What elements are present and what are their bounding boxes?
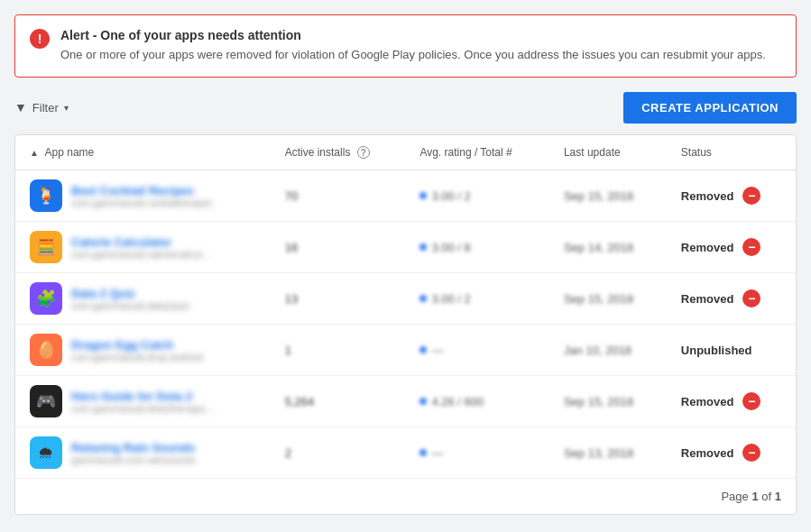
remove-icon[interactable]: − <box>742 289 760 307</box>
app-package: com.gammasudi.dota2heroguide... <box>71 403 216 414</box>
alert-body: One or more of your apps were removed fo… <box>60 46 766 64</box>
sort-icon: ▲ <box>30 148 39 158</box>
table-row[interactable]: 🥚 Dragon Egg Catch com.gammasudi.drop.an… <box>15 325 796 376</box>
rating-value: 3.00 / 2 <box>431 189 470 203</box>
installs-cell: 16 <box>271 222 406 273</box>
table-header-row: ▲ App name Active installs ? Avg. rating… <box>15 135 796 170</box>
status-badge: Removed <box>681 189 734 203</box>
app-package: com.gammasudi.data2quiz <box>71 300 189 311</box>
alert-title: Alert - One of your apps needs attention <box>60 28 766 42</box>
pagination-of: of <box>761 490 771 503</box>
rating-value: 4.26 / 600 <box>431 395 484 408</box>
alert-icon: ! <box>30 29 50 49</box>
rating-cell: 4.26 / 600 <box>405 376 549 427</box>
col-header-last-update: Last update <box>549 135 667 170</box>
installs-cell: 2 <box>271 427 406 479</box>
rating-cell: — <box>405 325 549 376</box>
table-row[interactable]: 🌧 Relaxing Rain Sounds gammasudi.com.rai… <box>15 427 796 479</box>
app-name: Best Cocktail Recipes <box>71 184 212 197</box>
rating-value: 3.00 / 2 <box>431 292 470 306</box>
date-cell: Sep 15, 2018 <box>549 273 667 325</box>
app-cell[interactable]: 🎮 Hero Guide for Dota 2 com.gammasudi.do… <box>15 376 271 427</box>
remove-icon[interactable]: − <box>742 444 760 462</box>
col-header-app-name[interactable]: ▲ App name <box>15 135 271 170</box>
rating-dot <box>419 398 427 405</box>
status-cell: Removed − <box>667 222 796 273</box>
remove-icon[interactable]: − <box>742 392 760 410</box>
pagination: Page 1 of 1 <box>15 478 796 514</box>
table-row[interactable]: 🎮 Hero Guide for Dota 2 com.gammasudi.do… <box>15 376 796 427</box>
create-application-button[interactable]: CREATE APPLICATION <box>623 92 797 124</box>
help-icon[interactable]: ? <box>357 146 370 159</box>
rating-cell: — <box>405 427 549 479</box>
rating-dot <box>419 192 427 199</box>
toolbar: ▼ Filter ▾ CREATE APPLICATION <box>14 92 797 124</box>
app-cell[interactable]: 🌧 Relaxing Rain Sounds gammasudi.com.rai… <box>15 427 271 479</box>
table-row[interactable]: 🍹 Best Cocktail Recipes com.gammasudi.co… <box>15 170 796 222</box>
app-name: Relaxing Rain Sounds <box>71 441 196 454</box>
filter-icon: ▼ <box>14 100 27 115</box>
app-name: Dragon Egg Catch <box>71 338 203 352</box>
app-package: gammasudi.com.rainsounds <box>71 454 196 465</box>
app-icon: 🥚 <box>30 334 62 366</box>
date-cell: Jan 10, 2018 <box>549 325 667 376</box>
status-badge: Removed <box>681 395 734 408</box>
table-row[interactable]: 🧩 Data 2 Quiz com.gammasudi.data2quiz 13… <box>15 273 796 325</box>
alert-content: Alert - One of your apps needs attention… <box>60 28 766 64</box>
filter-label: Filter <box>32 101 59 115</box>
app-name: Calorie Calculator <box>71 235 209 249</box>
installs-cell: 70 <box>271 170 406 222</box>
app-cell[interactable]: 🧩 Data 2 Quiz com.gammasudi.data2quiz <box>15 273 271 325</box>
app-name: Data 2 Quiz <box>71 287 189 300</box>
date-cell: Sep 13, 2018 <box>549 427 667 479</box>
remove-icon[interactable]: − <box>742 187 760 205</box>
col-header-avg-rating: Avg. rating / Total # <box>405 135 549 170</box>
status-cell: Removed − <box>667 273 796 325</box>
app-icon: 🧮 <box>30 231 62 263</box>
app-package: com.gammasudi.drop.android <box>71 352 203 362</box>
pagination-total: 1 <box>775 490 781 503</box>
date-cell: Sep 15, 2018 <box>549 376 667 427</box>
alert-banner: ! Alert - One of your apps needs attenti… <box>14 14 797 78</box>
app-package: com.gammasudi.caloriecalcul... <box>71 249 209 260</box>
filter-button[interactable]: ▼ Filter ▾ <box>14 100 69 115</box>
date-cell: Sep 14, 2018 <box>549 222 667 273</box>
app-icon: 🎮 <box>30 385 62 417</box>
col-header-status: Status <box>667 135 796 170</box>
rating-value: 3.00 / 8 <box>431 241 470 254</box>
pagination-label: Page <box>721 490 748 503</box>
status-cell: Removed − <box>667 170 796 222</box>
filter-chevron-icon: ▾ <box>64 103 69 113</box>
app-cell[interactable]: 🥚 Dragon Egg Catch com.gammasudi.drop.an… <box>15 325 271 376</box>
apps-table: ▲ App name Active installs ? Avg. rating… <box>15 135 796 479</box>
status-badge: Unpublished <box>681 344 752 357</box>
app-icon: 🧩 <box>30 282 62 315</box>
installs-cell: 13 <box>271 273 406 325</box>
app-name: Hero Guide for Dota 2 <box>71 390 216 403</box>
remove-icon[interactable]: − <box>742 238 760 256</box>
rating-cell: 3.00 / 2 <box>405 273 549 325</box>
rating-cell: 3.00 / 2 <box>405 170 549 222</box>
status-cell: Unpublished <box>667 325 796 376</box>
date-cell: Sep 15, 2018 <box>549 170 667 222</box>
status-badge: Removed <box>681 241 734 254</box>
status-badge: Removed <box>681 292 734 306</box>
apps-table-container: ▲ App name Active installs ? Avg. rating… <box>14 134 797 516</box>
app-cell[interactable]: 🍹 Best Cocktail Recipes com.gammasudi.co… <box>15 170 271 222</box>
rating-dot <box>419 295 427 302</box>
app-package: com.gammasudi.cocktailrecipes <box>71 197 212 208</box>
app-cell[interactable]: 🧮 Calorie Calculator com.gammasudi.calor… <box>15 222 271 273</box>
installs-cell: 1 <box>271 325 406 376</box>
installs-cell: 5,264 <box>271 376 406 427</box>
pagination-current: 1 <box>751 490 758 503</box>
table-row[interactable]: 🧮 Calorie Calculator com.gammasudi.calor… <box>15 222 796 273</box>
rating-dot <box>419 243 427 251</box>
rating-cell: 3.00 / 8 <box>405 222 549 273</box>
status-badge: Removed <box>681 446 734 460</box>
app-icon: 🌧 <box>30 436 62 469</box>
app-icon: 🍹 <box>30 179 62 212</box>
status-cell: Removed − <box>667 376 796 427</box>
status-cell: Removed − <box>667 427 796 479</box>
col-header-active-installs: Active installs ? <box>271 135 406 170</box>
